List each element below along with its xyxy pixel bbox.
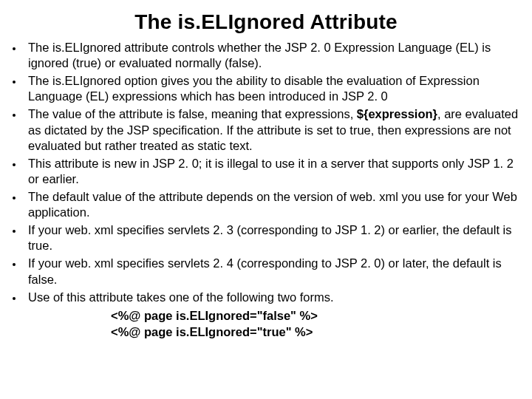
list-item: If your web. xml specifies servlets 2. 3… [24, 222, 525, 253]
bullet-list: The is.ELIgnored attribute controls whet… [24, 40, 525, 305]
list-item: If your web. xml specifies servlets 2. 4… [24, 256, 525, 287]
list-item: The value of the attribute is false, mea… [24, 106, 525, 153]
list-item: This attribute is new in JSP 2. 0; it is… [24, 156, 525, 187]
code-line: <%@ page is.ELIgnored="false" %> [111, 307, 525, 324]
list-item: Use of this attribute takes one of the f… [24, 290, 525, 305]
code-line: <%@ page is.ELIgnored="true" %> [111, 324, 525, 340]
slide: The is.ELIgnored Attribute The is.ELIgno… [0, 0, 532, 399]
list-item: The is.ELIgnored option gives you the ab… [24, 73, 525, 104]
slide-title: The is.ELIgnored Attribute [7, 10, 525, 34]
list-item-text: The value of the attribute is false, mea… [28, 107, 518, 151]
list-item: The is.ELIgnored attribute controls whet… [24, 40, 525, 71]
code-block: <%@ page is.ELIgnored="false" %> <%@ pag… [111, 307, 525, 341]
list-item: The default value of the attribute depen… [24, 189, 525, 220]
